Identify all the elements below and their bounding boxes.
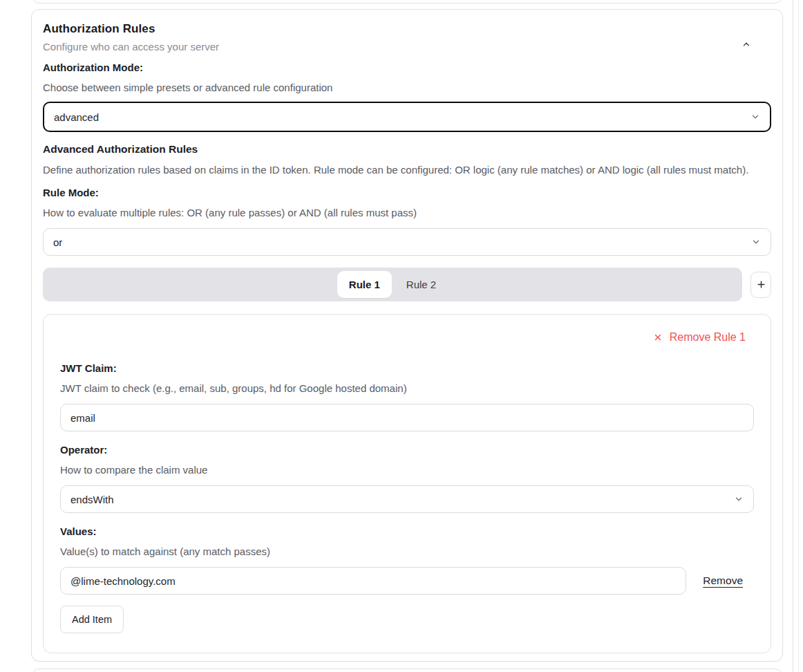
- rule-mode-label: Rule Mode:: [43, 185, 771, 200]
- authorization-mode-select[interactable]: advanced: [43, 102, 771, 132]
- settings-page: Authorization Rules Configure who can ac…: [0, 0, 803, 672]
- card-subtitle: Configure who can access your server: [43, 39, 771, 54]
- authorization-rules-card: Authorization Rules Configure who can ac…: [31, 9, 783, 662]
- remove-rule-button[interactable]: Remove Rule 1: [653, 331, 746, 344]
- tab-rule-2[interactable]: Rule 2: [395, 271, 448, 298]
- card-title: Authorization Rules: [43, 21, 771, 37]
- remove-rule-label: Remove Rule 1: [670, 331, 746, 344]
- operator-description: How to compare the claim value: [60, 463, 754, 477]
- plus-icon: [756, 279, 766, 290]
- chevron-down-icon: [750, 112, 760, 122]
- values-label: Values:: [60, 524, 754, 539]
- advanced-rules-title: Advanced Authorization Rules: [43, 142, 771, 157]
- advanced-rules-description: Define authorization rules based on clai…: [43, 162, 771, 177]
- right-edge-line: [798, 0, 799, 672]
- right-panel-divider: [793, 0, 793, 672]
- authorization-mode-description: Choose between simple presets or advance…: [43, 80, 771, 95]
- rule-tab-bar: Rule 1 Rule 2: [43, 268, 742, 301]
- jwt-claim-input[interactable]: [60, 404, 754, 431]
- chevron-up-icon: [741, 39, 751, 49]
- rule-tabs-row: Rule 1 Rule 2: [43, 268, 771, 301]
- next-card-edge: [31, 669, 783, 672]
- add-item-button[interactable]: Add Item: [60, 606, 124, 633]
- chevron-down-icon: [734, 494, 744, 504]
- collapse-section-button[interactable]: [738, 36, 755, 53]
- rule-mode-select[interactable]: or: [43, 228, 771, 256]
- rule-mode-description: How to evaluate multiple rules: OR (any …: [43, 205, 771, 220]
- tab-rule-1[interactable]: Rule 1: [337, 271, 392, 298]
- remove-rule-row: Remove Rule 1: [60, 331, 754, 344]
- previous-card-edge: [31, 0, 783, 3]
- rule-mode-selected-value: or: [53, 236, 62, 248]
- operator-select[interactable]: endsWith: [60, 485, 754, 513]
- operator-selected-value: endsWith: [70, 494, 114, 505]
- authorization-mode-selected-value: advanced: [54, 111, 99, 123]
- jwt-claim-label: JWT Claim:: [60, 361, 754, 375]
- chevron-down-icon: [751, 237, 761, 247]
- value-input[interactable]: [60, 567, 686, 595]
- jwt-claim-description: JWT claim to check (e.g., email, sub, gr…: [60, 381, 754, 395]
- value-item-row: Remove: [60, 567, 754, 595]
- authorization-mode-label: Authorization Mode:: [43, 60, 771, 75]
- add-rule-button[interactable]: [750, 272, 771, 298]
- values-description: Value(s) to match against (any match pas…: [60, 544, 754, 559]
- remove-value-link[interactable]: Remove: [703, 575, 743, 587]
- operator-label: Operator:: [60, 442, 754, 457]
- rule-1-panel: Remove Rule 1 JWT Claim: JWT claim to ch…: [43, 314, 771, 653]
- x-icon: [653, 333, 663, 342]
